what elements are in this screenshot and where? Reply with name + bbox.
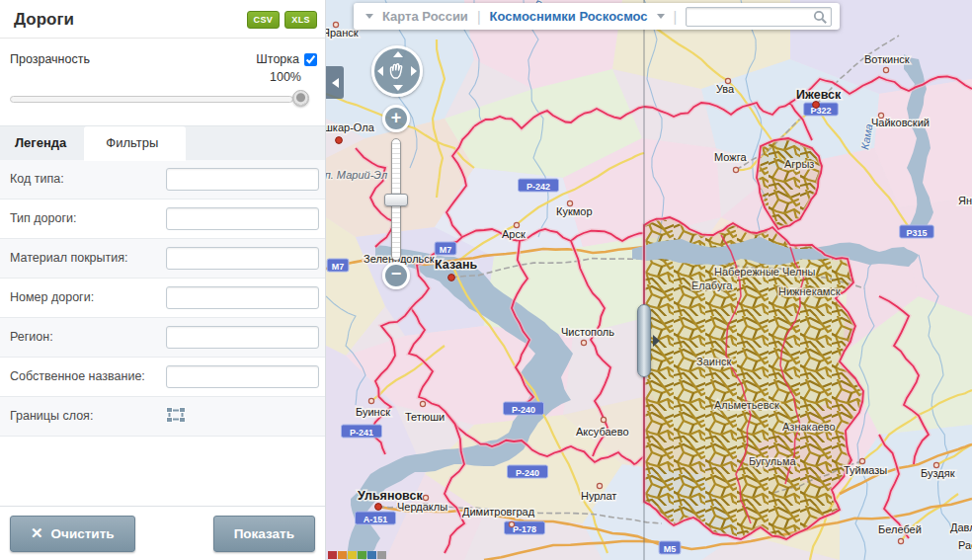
region-input[interactable]	[166, 326, 319, 349]
active-layer-dropdown-icon[interactable]	[657, 14, 665, 19]
show-button[interactable]: Показать	[213, 516, 315, 552]
road-sign: А-151	[356, 512, 396, 524]
svg-text:М7: М7	[332, 262, 345, 272]
city-label: Аксубаево	[576, 426, 629, 438]
city-label: Казань	[435, 258, 477, 272]
svg-text:Р-240: Р-240	[512, 405, 535, 415]
tab-filters[interactable]: Фильтры	[84, 126, 186, 161]
export-csv-button[interactable]: CSV	[247, 11, 281, 29]
city-label: Буинск	[356, 406, 390, 418]
field-label: Номер дороги:	[10, 289, 158, 306]
town-dot	[581, 340, 586, 345]
field-label: Собственное название:	[10, 368, 158, 385]
map-viewport[interactable]: М7М7Р-242Р-240Р-240Р-241А-151Р-178М5Р322…	[326, 0, 972, 560]
sidebar-collapse-button[interactable]	[326, 66, 344, 99]
field-label: Код типа:	[10, 171, 158, 188]
legend-chips	[367, 551, 376, 559]
layer-bounds-polygon-icon[interactable]	[166, 407, 319, 427]
legend-chips	[338, 551, 347, 559]
city-label: Можга	[714, 151, 747, 163]
transparency-slider[interactable]	[10, 90, 315, 110]
filter-row-layer-bounds: Границы слоя:	[0, 397, 325, 437]
filters-form: Код типа: Тип дороги: Материал покрытия:…	[0, 160, 325, 437]
slider-track[interactable]	[10, 96, 293, 103]
filter-row-road-type: Тип дороги:	[0, 200, 325, 239]
city-label: Альметьевск	[714, 399, 779, 411]
road-sign: М7	[435, 242, 456, 255]
tab-bar: Легенда Фильтры	[0, 125, 325, 160]
active-layer-label[interactable]: Космоснимки Роскосмос	[490, 9, 648, 24]
transparency-label: Прозрачность	[10, 52, 90, 66]
map-canvas[interactable]: М7М7Р-242Р-240Р-240Р-241А-151Р-178М5Р322…	[326, 0, 972, 560]
pan-up-icon[interactable]	[393, 51, 403, 57]
city-label: Воткинск	[864, 53, 910, 65]
legend-chips	[377, 551, 386, 559]
curtain-checkbox[interactable]	[304, 53, 317, 66]
svg-text:Р-242: Р-242	[526, 182, 550, 192]
city-label: Елабуга	[691, 280, 733, 291]
city-label: Тетюши	[405, 411, 445, 423]
city-label: Нурлат	[581, 490, 616, 502]
pan-control[interactable]	[371, 45, 423, 97]
town-dot	[514, 222, 519, 227]
proper-name-input[interactable]	[166, 365, 319, 388]
roads-panel: Дороги CSV XLS Прозрачность Шторка 100% …	[0, 0, 326, 560]
panel-header: Дороги CSV XLS	[0, 0, 325, 39]
zoom-out-button[interactable]: −	[382, 262, 410, 289]
filter-row-proper-name: Собственное название:	[0, 358, 325, 397]
town-dot	[601, 417, 606, 422]
field-label: Материал покрытия:	[10, 250, 158, 267]
type-code-input[interactable]	[166, 168, 319, 191]
city-label: Белебей	[878, 523, 922, 535]
city-label: Набережные Челны	[714, 266, 816, 278]
legend-chips	[358, 551, 366, 559]
map-search-input[interactable]	[686, 7, 832, 27]
zoom-slider-handle[interactable]	[384, 194, 408, 206]
toolbar-separator: |	[477, 9, 481, 25]
legend-chips	[328, 551, 337, 559]
search-icon[interactable]	[813, 10, 828, 25]
city-label: Агрыз	[784, 158, 814, 170]
pan-right-icon[interactable]	[411, 66, 417, 76]
city-label: Нижнекамск	[778, 285, 841, 297]
base-layer-label[interactable]: Карта России	[382, 9, 468, 24]
curtain-divider-handle[interactable]	[637, 304, 651, 377]
city-label: Чайковский	[871, 117, 930, 128]
collapse-arrow-icon	[332, 78, 339, 88]
city-dot	[448, 275, 455, 281]
road-number-input[interactable]	[166, 286, 319, 309]
town-dot	[509, 521, 514, 526]
filter-row-region: Регион:	[0, 318, 325, 358]
road-sign: Р-240	[508, 465, 548, 478]
transparency-value: 100%	[0, 66, 325, 86]
city-dot	[336, 137, 343, 144]
clear-button[interactable]: ✕ Очистить	[10, 516, 135, 552]
zoom-in-button[interactable]: +	[382, 105, 410, 132]
legend-chips	[348, 551, 357, 559]
svg-text:А-151: А-151	[364, 515, 388, 524]
pan-down-icon[interactable]	[393, 85, 403, 91]
city-label: Заинск	[696, 356, 731, 367]
field-label: Границы слоя:	[10, 408, 158, 425]
town-dot	[368, 398, 373, 403]
svg-text:Р-240: Р-240	[516, 468, 539, 478]
tab-legend[interactable]: Легенда	[0, 126, 84, 160]
svg-text:М7: М7	[440, 245, 452, 255]
road-sign: М7	[327, 259, 349, 272]
filter-row-type-code: Код типа:	[0, 160, 325, 200]
town-dot	[883, 67, 888, 72]
city-label: Азнакаево	[782, 421, 836, 433]
filter-row-surface-material: Материал покрытия:	[0, 239, 325, 279]
field-label: Тип дороги:	[10, 210, 158, 227]
city-label: Чердаклы	[397, 501, 447, 513]
road-type-input[interactable]	[166, 207, 319, 230]
slider-knob[interactable]	[292, 90, 309, 107]
base-layer-dropdown-icon[interactable]	[365, 14, 373, 19]
svg-text:Р-178: Р-178	[513, 524, 536, 534]
city-label: Кукмор	[556, 205, 593, 217]
city-label: Раевский	[958, 539, 972, 551]
surface-material-input[interactable]	[166, 247, 319, 270]
export-xls-button[interactable]: XLS	[284, 11, 317, 29]
town-dot	[898, 538, 903, 543]
pan-left-icon[interactable]	[377, 66, 383, 76]
